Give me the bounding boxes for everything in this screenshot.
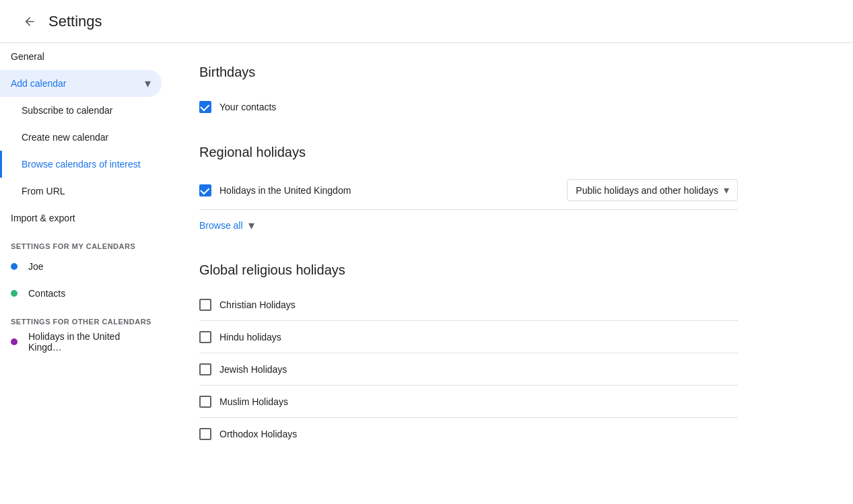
public-holidays-dropdown[interactable]: Public holidays and other holidays ▾ bbox=[567, 179, 738, 201]
sidebar-sub-item-subscribe[interactable]: Subscribe to calendar bbox=[0, 97, 162, 124]
global-religious-title: Global religious holidays bbox=[199, 262, 738, 278]
your-contacts-checkbox-container: Your contacts bbox=[199, 101, 738, 113]
uk-holidays-label: Holidays in the United Kingd… bbox=[28, 331, 151, 353]
orthodox-checkbox-container: Orthodox Holidays bbox=[199, 428, 738, 440]
browse-all-label: Browse all bbox=[199, 220, 243, 231]
contacts-dot bbox=[11, 290, 18, 297]
christian-row: Christian Holidays bbox=[199, 289, 738, 321]
joe-dot bbox=[11, 263, 18, 270]
jewish-row: Jewish Holidays bbox=[199, 353, 738, 386]
muslim-checkbox-container: Muslim Holidays bbox=[199, 396, 738, 408]
add-calendar-label: Add calendar bbox=[11, 78, 67, 89]
dropdown-arrow-icon: ▾ bbox=[724, 184, 729, 196]
hindu-checkbox-container: Hindu holidays bbox=[199, 331, 738, 343]
my-calendars-section-label: Settings for my calendars bbox=[0, 231, 172, 253]
uk-holidays-row-label: Holidays in the United Kingdom bbox=[219, 185, 351, 196]
orthodox-label: Orthodox Holidays bbox=[219, 429, 297, 439]
import-export-label: Import & export bbox=[11, 213, 75, 223]
joe-label: Joe bbox=[28, 261, 44, 272]
app-layout: Settings General Add calendar ▾ Subscrib… bbox=[0, 0, 853, 504]
contacts-label: Contacts bbox=[28, 288, 65, 299]
hindu-checkbox[interactable] bbox=[199, 331, 211, 343]
sidebar-item-uk-holidays[interactable]: Holidays in the United Kingd… bbox=[0, 328, 162, 355]
uk-holidays-row: Holidays in the United Kingdom Public ho… bbox=[199, 171, 738, 210]
regional-holidays-title: Regional holidays bbox=[199, 145, 738, 160]
birthdays-row: Your contacts bbox=[199, 91, 738, 123]
sidebar-item-general-label: General bbox=[11, 51, 44, 62]
hindu-row: Hindu holidays bbox=[199, 321, 738, 353]
uk-holidays-checkbox[interactable] bbox=[199, 184, 211, 196]
your-contacts-label: Your contacts bbox=[219, 102, 276, 112]
jewish-checkbox-container: Jewish Holidays bbox=[199, 363, 738, 375]
sidebar-sub-item-from-url-label: From URL bbox=[22, 186, 65, 196]
sidebar-sub-item-browse[interactable]: Browse calendars of interest bbox=[0, 151, 162, 178]
sidebar-sub-item-browse-label: Browse calendars of interest bbox=[22, 159, 141, 170]
sidebar-item-add-calendar[interactable]: Add calendar ▾ bbox=[0, 70, 162, 97]
dropdown-value: Public holidays and other holidays bbox=[576, 185, 718, 196]
muslim-row: Muslim Holidays bbox=[199, 386, 738, 418]
birthdays-section: Birthdays Your contacts bbox=[199, 65, 738, 123]
sidebar-sub-item-create-new-label: Create new calendar bbox=[22, 132, 108, 143]
christian-checkbox-container: Christian Holidays bbox=[199, 299, 738, 311]
birthdays-title: Birthdays bbox=[199, 65, 738, 80]
main-content: Birthdays Your contacts Regional holiday… bbox=[172, 0, 853, 504]
your-contacts-checkbox[interactable] bbox=[199, 101, 211, 113]
orthodox-row: Orthodox Holidays bbox=[199, 418, 738, 450]
muslim-checkbox[interactable] bbox=[199, 396, 211, 408]
regional-holidays-section: Regional holidays Holidays in the United… bbox=[199, 145, 738, 241]
christian-label: Christian Holidays bbox=[219, 299, 296, 310]
global-religious-section: Global religious holidays Christian Holi… bbox=[199, 262, 738, 450]
jewish-label: Jewish Holidays bbox=[219, 364, 287, 375]
jewish-checkbox[interactable] bbox=[199, 363, 211, 375]
other-calendars-section-label: Settings for other calendars bbox=[0, 307, 172, 328]
uk-holidays-checkbox-container: Holidays in the United Kingdom bbox=[199, 184, 567, 196]
chevron-up-icon: ▾ bbox=[145, 76, 151, 91]
back-button[interactable] bbox=[16, 8, 43, 35]
muslim-label: Muslim Holidays bbox=[219, 396, 288, 407]
sidebar-sub-item-from-url[interactable]: From URL bbox=[0, 178, 162, 205]
uk-holidays-dot bbox=[11, 338, 18, 345]
sidebar-item-import-export[interactable]: Import & export bbox=[0, 205, 162, 231]
sidebar-sub-item-subscribe-label: Subscribe to calendar bbox=[22, 105, 112, 116]
browse-all-expand-icon: ▾ bbox=[248, 218, 254, 233]
topbar: Settings bbox=[0, 0, 853, 43]
sidebar: General Add calendar ▾ Subscribe to cale… bbox=[0, 0, 172, 504]
sidebar-item-contacts[interactable]: Contacts bbox=[0, 280, 162, 307]
hindu-label: Hindu holidays bbox=[219, 332, 281, 343]
sidebar-item-joe[interactable]: Joe bbox=[0, 253, 162, 280]
browse-all-row[interactable]: Browse all ▾ bbox=[199, 210, 738, 241]
sidebar-sub-item-create-new[interactable]: Create new calendar bbox=[0, 124, 162, 151]
sidebar-item-general[interactable]: General bbox=[0, 43, 162, 70]
christian-checkbox[interactable] bbox=[199, 299, 211, 311]
page-title: Settings bbox=[48, 13, 102, 30]
orthodox-checkbox[interactable] bbox=[199, 428, 211, 440]
